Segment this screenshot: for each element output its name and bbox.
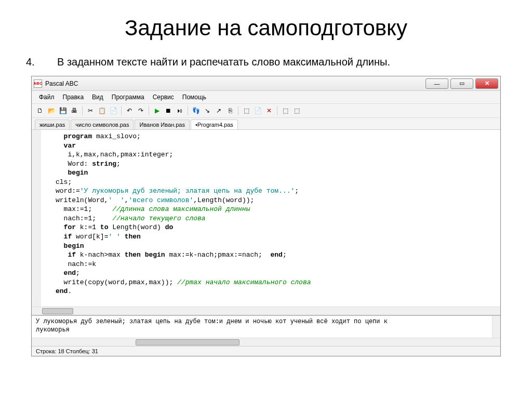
code-keyword: var xyxy=(56,142,76,150)
code-keyword: end xyxy=(56,269,76,277)
minimize-button[interactable]: — xyxy=(425,78,448,89)
code-keyword: to xyxy=(100,223,109,231)
code-keyword: for xyxy=(56,223,76,231)
code-text: nach:=1; xyxy=(56,215,112,222)
output-text: У лукоморья дуб зеленый; златая цепь на … xyxy=(36,318,388,334)
code-keyword: do xyxy=(165,223,174,231)
menu-view[interactable]: Вид xyxy=(88,92,108,102)
task-text: В заданном тексте найти и распечатать сл… xyxy=(57,56,390,68)
code-keyword: begin xyxy=(56,169,88,177)
breakpoint-icon[interactable]: ⎘ xyxy=(225,105,235,116)
code-comment: //начало текущего слова xyxy=(112,215,205,222)
separator-icon xyxy=(82,106,83,115)
code-text: ; xyxy=(283,251,287,259)
menu-file[interactable]: Файл xyxy=(35,92,59,102)
titlebar: ABC Pascal ABC — ▭ ✕ xyxy=(32,76,500,91)
undo-icon[interactable]: ↶ xyxy=(124,105,135,116)
cut-icon[interactable]: ✂ xyxy=(85,105,96,116)
save-icon[interactable]: 💾 xyxy=(58,105,68,116)
output-panel[interactable]: У лукоморья дуб зеленый; златая цепь на … xyxy=(32,315,500,338)
tab-file-active[interactable]: •Program4.pas xyxy=(191,119,238,129)
tab-file[interactable]: жиши.pas xyxy=(35,119,70,129)
code-comment: //длинна слова максимальной длинны xyxy=(112,205,250,213)
statusbar: Строка: 18 Столбец: 31 xyxy=(32,346,500,356)
window-icon[interactable]: ⬚ xyxy=(241,105,251,116)
page-icon[interactable]: 📄 xyxy=(252,105,263,116)
code-keyword: if xyxy=(56,233,72,241)
code-text: ; xyxy=(76,269,80,277)
menu-service[interactable]: Сервис xyxy=(149,92,178,102)
code-keyword: program xyxy=(56,132,92,140)
code-keyword: if xyxy=(56,251,76,259)
pascal-abc-window: ABC Pascal ABC — ▭ ✕ Файл Правка Вид Про… xyxy=(31,76,501,356)
new-file-icon[interactable]: 🗋 xyxy=(35,105,45,116)
code-text: word[k]= xyxy=(72,233,108,241)
code-comment: //pmax начало максимального слова xyxy=(177,278,311,286)
tool-icon[interactable]: ⬚ xyxy=(291,105,302,116)
separator-icon xyxy=(121,106,122,115)
code-editor[interactable]: program maxi_slovo; var i,k,max,nach,pma… xyxy=(32,130,500,307)
step-icon[interactable]: 👣 xyxy=(191,105,201,116)
menu-edit[interactable]: Правка xyxy=(59,92,88,102)
code-text: ,Length(word)); xyxy=(193,196,254,204)
code-text: ; xyxy=(116,160,121,168)
separator-icon xyxy=(149,106,149,115)
open-file-icon[interactable]: 📂 xyxy=(46,105,57,116)
code-keyword: end xyxy=(56,287,68,295)
tab-file[interactable]: Иванов Иван.pas xyxy=(135,119,189,129)
separator-icon xyxy=(188,106,188,115)
code-keyword: end xyxy=(271,251,283,259)
tab-file[interactable]: число символов.pas xyxy=(71,119,134,129)
code-text xyxy=(121,233,125,241)
paste-icon[interactable]: 📄 xyxy=(108,105,118,116)
copy-icon[interactable]: 📋 xyxy=(97,105,107,116)
run-icon[interactable]: ▶ xyxy=(152,105,162,116)
output-scrollbar-h[interactable] xyxy=(32,338,500,346)
code-text: max:=1; xyxy=(56,205,112,213)
pause-icon[interactable]: ⏯ xyxy=(175,105,185,116)
maximize-button[interactable]: ▭ xyxy=(450,78,473,89)
code-text: Length(word) xyxy=(108,223,165,231)
code-text: k-nach>max xyxy=(76,251,125,259)
status-text: Строка: 18 Столбец: 31 xyxy=(36,348,98,354)
output-scrollbar-v[interactable] xyxy=(492,316,500,338)
separator-icon xyxy=(277,106,277,115)
code-text: nach:=k xyxy=(56,260,96,268)
task-number: 4. xyxy=(26,56,57,68)
code-keyword: then xyxy=(125,233,141,241)
code-text: i,k,max,nach,pmax:integer; xyxy=(56,151,173,158)
code-string: ' ' xyxy=(108,233,120,241)
menu-program[interactable]: Программа xyxy=(108,92,149,102)
print-icon[interactable]: 🖶 xyxy=(69,105,79,116)
code-text: writeln(Word, xyxy=(56,196,108,204)
app-title: Pascal ABC xyxy=(45,80,425,87)
code-string: ' ' xyxy=(108,196,124,204)
scroll-thumb[interactable] xyxy=(136,339,240,345)
step-into-icon[interactable]: ↘ xyxy=(202,105,212,116)
menu-help[interactable]: Помощь xyxy=(178,92,210,102)
step-out-icon[interactable]: ↗ xyxy=(214,105,224,116)
separator-icon xyxy=(238,106,238,115)
editor-scrollbar-h[interactable] xyxy=(32,307,500,315)
stop-icon[interactable]: ⏹ xyxy=(163,105,174,116)
menubar: Файл Правка Вид Программа Сервис Помощь xyxy=(32,91,500,104)
app-icon: ABC xyxy=(34,79,42,88)
clear-icon[interactable]: ✕ xyxy=(264,105,274,116)
slide-title: Задание на самоподготовку xyxy=(26,16,506,41)
toolbar: 🗋 📂 💾 🖶 ✂ 📋 📄 ↶ ↷ ▶ ⏹ ⏯ 👣 ↘ ↗ ⎘ ⬚ 📄 ✕ xyxy=(32,104,500,118)
editor-tabs: жиши.pas число символов.pas Иванов Иван.… xyxy=(32,118,500,130)
code-text: cls; xyxy=(56,178,72,186)
redo-icon[interactable]: ↷ xyxy=(136,105,146,116)
code-text: ; xyxy=(295,187,299,195)
tool-icon[interactable]: ⬚ xyxy=(280,105,290,116)
code-string: 'У лукоморья дуб зеленый; златая цепь на… xyxy=(80,187,295,195)
code-text: max:=k-nach;pmax:=nach; xyxy=(165,251,271,259)
code-text: Word: xyxy=(56,160,92,168)
code-text: k:=1 xyxy=(76,223,100,231)
code-keyword: begin xyxy=(56,242,84,250)
close-button[interactable]: ✕ xyxy=(475,78,498,89)
code-keyword: string xyxy=(92,160,116,168)
code-text: word:= xyxy=(56,187,80,195)
code-text: maxi_slovo; xyxy=(92,132,141,140)
scroll-thumb[interactable] xyxy=(42,308,73,314)
